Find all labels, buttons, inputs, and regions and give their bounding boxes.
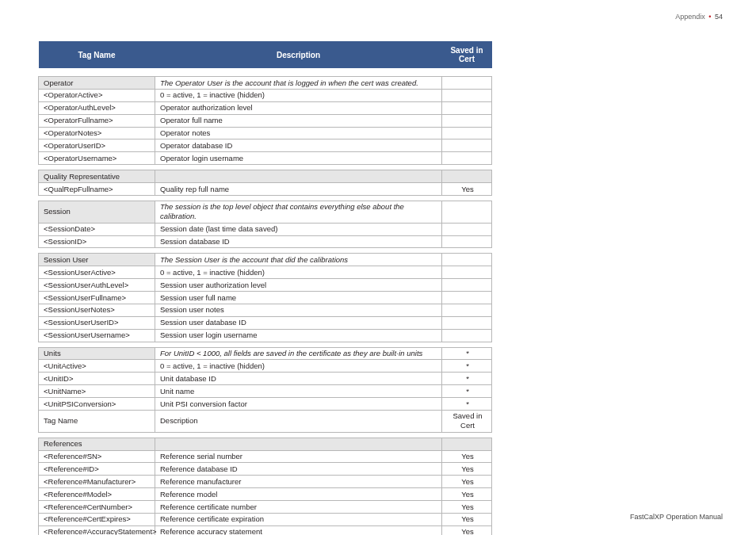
cell-savedincert: Yes xyxy=(442,476,492,488)
section-row: Session UserThe Session User is the acco… xyxy=(39,254,492,266)
section-label: References xyxy=(39,438,155,450)
cell-description: Operator login username xyxy=(155,152,442,165)
table-row: <Reference#ID>Reference database IDYes xyxy=(39,463,492,476)
section-label: Units xyxy=(39,347,155,360)
section-description: The Operator User is the account that is… xyxy=(155,77,442,90)
running-header: Appendix • 54 xyxy=(675,13,723,21)
cell-description: Reference database ID xyxy=(155,463,442,476)
section-row: Quality Representative xyxy=(39,170,492,183)
cell-description: Session database ID xyxy=(155,235,442,248)
cell-description: Operator database ID xyxy=(155,139,442,152)
cell-savedincert: * xyxy=(442,373,492,385)
section-description xyxy=(155,438,442,450)
cell-tagname: <UnitActive> xyxy=(39,360,155,373)
cell-tagname: <Reference#CertExpires> xyxy=(39,513,155,525)
section-cert xyxy=(442,201,492,223)
cell-tagname: <SessionDate> xyxy=(39,223,155,235)
cell-description: Operator full name xyxy=(155,114,442,127)
cell-tagname: <UnitPSIConversion> xyxy=(39,398,155,411)
cell-description: Reference manufacturer xyxy=(155,476,442,488)
cell-description: Reference certificate expiration xyxy=(155,513,442,525)
page-footer: FastCalXP Operation Manual xyxy=(630,513,723,521)
table-row: <OperatorAuthLevel>Operator authorizatio… xyxy=(39,101,492,114)
cell-description: Session user notes xyxy=(155,304,442,316)
cell-tagname: <SessionUserNotes> xyxy=(39,304,155,316)
cell-savedincert xyxy=(442,279,492,292)
table-row: <Reference#AccuracyStatement>Reference a… xyxy=(39,525,492,535)
col-header-description: Description xyxy=(155,41,442,68)
table-row: <SessionUserAuthLevel>Session user autho… xyxy=(39,279,492,292)
section-description: The Session User is the account that did… xyxy=(155,254,442,266)
section-description: For UnitID < 1000, all fields are saved … xyxy=(155,347,442,360)
cell-tagname: <SessionUserUserID> xyxy=(39,316,155,329)
table-row: <OperatorNotes>Operator notes xyxy=(39,127,492,139)
cell-tagname: <OperatorUserID> xyxy=(39,139,155,152)
cell-tagname: <OperatorFullname> xyxy=(39,114,155,127)
section-row: UnitsFor UnitID < 1000, all fields are s… xyxy=(39,347,492,360)
cell-savedincert xyxy=(442,139,492,152)
cell-description: Session user database ID xyxy=(155,316,442,329)
table-row: <UnitName>Unit name* xyxy=(39,385,492,398)
section-cert xyxy=(442,77,492,90)
table-row: <SessionUserUsername>Session user login … xyxy=(39,329,492,342)
cell-savedincert xyxy=(442,235,492,248)
cell-savedincert xyxy=(442,292,492,304)
cell-savedincert: * xyxy=(442,360,492,373)
cell-description: Session user full name xyxy=(155,292,442,304)
cell-tagname: <OperatorUsername> xyxy=(39,152,155,165)
section-cert xyxy=(442,438,492,450)
cell-savedincert: Yes xyxy=(442,501,492,514)
section-label: Quality Representative xyxy=(39,170,155,183)
cell-tagname: <Reference#ID> xyxy=(39,463,155,476)
cell-tagname: <SessionUserFullname> xyxy=(39,292,155,304)
table-row: <SessionUserUserID>Session user database… xyxy=(39,316,492,329)
section-label: Operator xyxy=(39,77,155,90)
section-row: References xyxy=(39,438,492,450)
cell-savedincert: Yes xyxy=(442,488,492,501)
cell-savedincert: * xyxy=(442,398,492,411)
cell-tagname: <Reference#Manufacturer> xyxy=(39,476,155,488)
section-label: Appendix xyxy=(675,13,705,21)
tag-table-wrapper: Tag Name Description Saved in Cert Opera… xyxy=(38,41,491,535)
table-row: <SessionID>Session database ID xyxy=(39,235,492,248)
cell-savedincert: Yes xyxy=(442,525,492,535)
cell-tagname: <SessionUserActive> xyxy=(39,266,155,279)
cell-tagname: <UnitID> xyxy=(39,373,155,385)
table-row: Tag NameDescriptionSaved in Cert xyxy=(39,410,492,432)
table-row: <Reference#Model>Reference modelYes xyxy=(39,488,492,501)
cell-description: Reference model xyxy=(155,488,442,501)
table-row: <SessionUserActive>0 = active, 1 = inact… xyxy=(39,266,492,279)
cell-savedincert: Yes xyxy=(442,183,492,196)
cell-tagname: <Reference#SN> xyxy=(39,450,155,463)
cell-description: Quality rep full name xyxy=(155,183,442,196)
table-row: <UnitActive>0 = active, 1 = inactive (hi… xyxy=(39,360,492,373)
cell-description: Description xyxy=(155,410,442,432)
table-row: <OperatorUserID>Operator database ID xyxy=(39,139,492,152)
table-row: <UnitID>Unit database ID* xyxy=(39,373,492,385)
cell-savedincert: Yes xyxy=(442,450,492,463)
cell-savedincert: Yes xyxy=(442,513,492,525)
cell-tagname: <UnitName> xyxy=(39,385,155,398)
section-cert xyxy=(442,170,492,183)
table-row: <SessionUserNotes>Session user notes xyxy=(39,304,492,316)
cell-tagname: <SessionUserAuthLevel> xyxy=(39,279,155,292)
section-description xyxy=(155,170,442,183)
cell-tagname: <Reference#CertNumber> xyxy=(39,501,155,514)
table-row: <Reference#CertNumber>Reference certific… xyxy=(39,501,492,514)
table-row: <QualRepFullname>Quality rep full nameYe… xyxy=(39,183,492,196)
cell-tagname: <Reference#Model> xyxy=(39,488,155,501)
cell-savedincert xyxy=(442,101,492,114)
cell-tagname: <QualRepFullname> xyxy=(39,183,155,196)
cell-tagname: <OperatorActive> xyxy=(39,89,155,101)
cell-savedincert: * xyxy=(442,385,492,398)
cell-description: Reference certificate number xyxy=(155,501,442,514)
table-row: <Reference#CertExpires>Reference certifi… xyxy=(39,513,492,525)
cell-tagname: Tag Name xyxy=(39,410,155,432)
cell-savedincert xyxy=(442,304,492,316)
cell-savedincert xyxy=(442,152,492,165)
cell-savedincert xyxy=(442,329,492,342)
bullet-icon: • xyxy=(708,13,711,21)
cell-savedincert xyxy=(442,89,492,101)
cell-savedincert: Yes xyxy=(442,463,492,476)
cell-description: Unit database ID xyxy=(155,373,442,385)
